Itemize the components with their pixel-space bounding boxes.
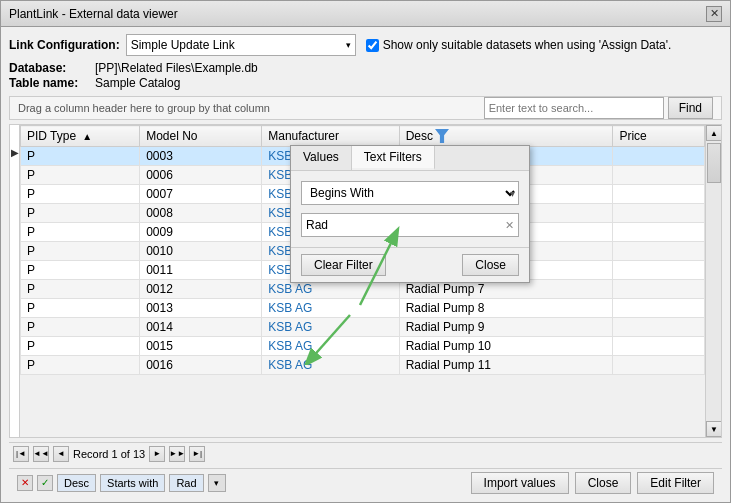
- suitable-datasets-checkbox[interactable]: [366, 39, 379, 52]
- link-config-value: Simple Update Link: [131, 38, 235, 52]
- table-row[interactable]: P 0015 KSB AG Radial Pump 10: [21, 337, 705, 356]
- cell-desc: Radial Pump 11: [399, 356, 613, 375]
- desc-filter-icon[interactable]: [435, 129, 449, 143]
- popup-close-button[interactable]: Close: [462, 254, 519, 276]
- filter-confirm-button[interactable]: ✓: [37, 475, 53, 491]
- filter-tag-value: Rad: [169, 474, 203, 492]
- import-values-button[interactable]: Import values: [471, 472, 569, 494]
- filter-remove-button[interactable]: ✕: [17, 475, 33, 491]
- table-row[interactable]: P 0013 KSB AG Radial Pump 8: [21, 299, 705, 318]
- filter-tag-condition: Starts with: [100, 474, 165, 492]
- filter-condition-select[interactable]: Begins With Ends With Contains Does Not …: [301, 181, 519, 205]
- col-header-price[interactable]: Price: [613, 126, 705, 147]
- main-window: PlantLink - External data viewer ✕ Link …: [0, 0, 731, 503]
- table-row[interactable]: P 0014 KSB AG Radial Pump 9: [21, 318, 705, 337]
- cell-pid: P: [21, 185, 140, 204]
- drag-hint-text: Drag a column header here to group by th…: [18, 102, 270, 114]
- nav-prev-page-button[interactable]: ◄◄: [33, 446, 49, 462]
- cell-pid: P: [21, 356, 140, 375]
- nav-last-button[interactable]: ►|: [189, 446, 205, 462]
- database-label: Database:: [9, 61, 89, 75]
- title-bar: PlantLink - External data viewer ✕: [1, 1, 730, 27]
- cell-price: [613, 185, 705, 204]
- col-model-label: Model No: [146, 129, 197, 143]
- search-area: Find: [484, 97, 713, 119]
- window-body: Link Configuration: Simple Update Link ▾…: [1, 27, 730, 502]
- cell-model: 0006: [140, 166, 262, 185]
- cell-pid: P: [21, 223, 140, 242]
- cell-pid: P: [21, 299, 140, 318]
- cell-price: [613, 356, 705, 375]
- cell-desc: Radial Pump 9: [399, 318, 613, 337]
- col-mfg-label: Manufacturer: [268, 129, 339, 143]
- filter-clear-x-button[interactable]: ✕: [500, 214, 518, 236]
- cell-model: 0008: [140, 204, 262, 223]
- cell-price: [613, 223, 705, 242]
- close-button[interactable]: Close: [575, 472, 632, 494]
- cell-model: 0011: [140, 261, 262, 280]
- search-input[interactable]: [484, 97, 664, 119]
- edit-filter-button[interactable]: Edit Filter: [637, 472, 714, 494]
- scroll-track[interactable]: [706, 141, 721, 421]
- cell-pid: P: [21, 280, 140, 299]
- tab-values[interactable]: Values: [291, 146, 352, 170]
- find-button[interactable]: Find: [668, 97, 713, 119]
- cell-model: 0010: [140, 242, 262, 261]
- col-header-pid[interactable]: PID Type ▲: [21, 126, 140, 147]
- database-row: Database: [PP]\Related Files\Example.db: [9, 61, 722, 75]
- cell-mfg: KSB AG: [262, 299, 399, 318]
- cell-model: 0007: [140, 185, 262, 204]
- cell-model: 0016: [140, 356, 262, 375]
- filter-tags: ✕ ✓ Desc Starts with Rad ▾: [17, 474, 226, 492]
- dropdown-arrow-icon: ▾: [346, 40, 351, 50]
- nav-next-button[interactable]: ►: [149, 446, 165, 462]
- scroll-down-button[interactable]: ▼: [706, 421, 722, 437]
- table-row[interactable]: P 0016 KSB AG Radial Pump 11: [21, 356, 705, 375]
- vertical-scrollbar[interactable]: ▲ ▼: [705, 125, 721, 437]
- config-row: Link Configuration: Simple Update Link ▾…: [9, 33, 722, 57]
- clear-filter-button[interactable]: Clear Filter: [301, 254, 386, 276]
- window-title: PlantLink - External data viewer: [9, 7, 178, 21]
- drag-header-bar: Drag a column header here to group by th…: [9, 96, 722, 120]
- cell-price: [613, 280, 705, 299]
- record-status: Record 1 of 13: [73, 448, 145, 460]
- nav-prev-button[interactable]: ◄: [53, 446, 69, 462]
- bottom-right-buttons: Import values Close Edit Filter: [471, 472, 714, 494]
- filter-value-input[interactable]: [302, 218, 500, 232]
- suitable-datasets-label: Show only suitable datasets when using '…: [383, 38, 672, 52]
- cell-desc: Radial Pump 8: [399, 299, 613, 318]
- cell-model: 0003: [140, 147, 262, 166]
- popup-bottom: Clear Filter Close: [291, 247, 529, 282]
- tablename-label: Table name:: [9, 76, 89, 90]
- scroll-up-button[interactable]: ▲: [706, 125, 722, 141]
- col-price-label: Price: [619, 129, 646, 143]
- link-config-dropdown[interactable]: Simple Update Link ▾: [126, 34, 356, 56]
- close-window-button[interactable]: ✕: [706, 6, 722, 22]
- tablename-value: Sample Catalog: [95, 76, 180, 90]
- cell-price: [613, 166, 705, 185]
- tab-text-filters[interactable]: Text Filters: [352, 146, 435, 170]
- cell-pid: P: [21, 318, 140, 337]
- cell-model: 0014: [140, 318, 262, 337]
- cell-price: [613, 242, 705, 261]
- nav-first-button[interactable]: |◄: [13, 446, 29, 462]
- database-value: [PP]\Related Files\Example.db: [95, 61, 258, 75]
- cell-pid: P: [21, 337, 140, 356]
- col-header-model[interactable]: Model No: [140, 126, 262, 147]
- scroll-thumb[interactable]: [707, 143, 721, 183]
- suitable-datasets-checkbox-row: Show only suitable datasets when using '…: [366, 38, 672, 52]
- table-header-row: PID Type ▲ Model No Manufacturer: [21, 126, 705, 147]
- cell-model: 0015: [140, 337, 262, 356]
- filter-more-button[interactable]: ▾: [208, 474, 226, 492]
- link-config-label: Link Configuration:: [9, 38, 120, 52]
- nav-next-page-button[interactable]: ►►: [169, 446, 185, 462]
- col-header-mfg[interactable]: Manufacturer: [262, 126, 399, 147]
- cell-model: 0009: [140, 223, 262, 242]
- filter-value-row: ✕: [301, 213, 519, 237]
- col-header-desc[interactable]: Desc: [399, 126, 613, 147]
- status-bar: |◄ ◄◄ ◄ Record 1 of 13 ► ►► ►|: [9, 442, 722, 464]
- cell-pid: P: [21, 204, 140, 223]
- cell-price: [613, 318, 705, 337]
- popup-body: Begins With Ends With Contains Does Not …: [291, 171, 529, 247]
- col-pid-label: PID Type: [27, 129, 76, 143]
